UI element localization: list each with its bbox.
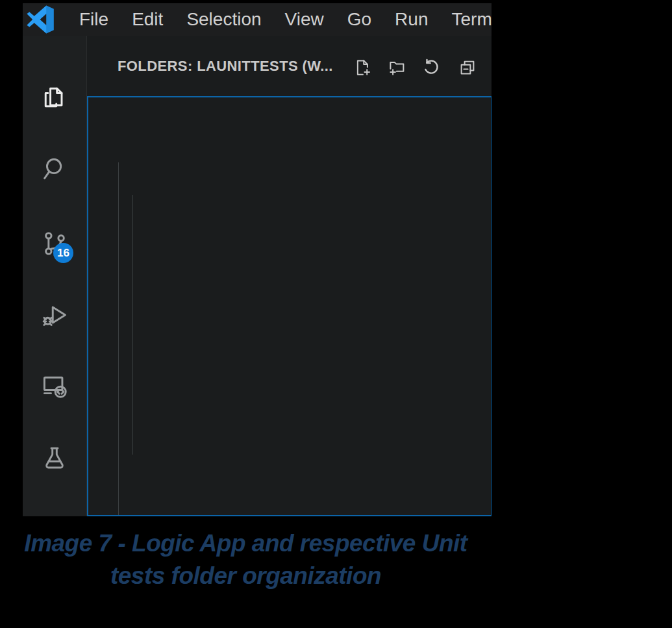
refresh-icon [421,58,441,77]
new-folder-icon [388,58,407,77]
remote-icon [40,372,69,401]
title-bar: FileEditSelectionViewGoRunTerminal [23,3,492,36]
vscode-logo-icon [26,5,55,34]
activity-bar-item-run-debug[interactable] [35,295,74,334]
menu-bar: FileEditSelectionViewGoRunTerminal [79,3,492,36]
image-caption: Image 7 - Logic App and respective Unit … [0,527,492,592]
files-icon [40,83,69,112]
menu-item-terminal[interactable]: Terminal [451,9,492,30]
caption-line-2: tests folder organization [0,560,492,592]
activity-bar-item-explorer[interactable] [35,78,74,117]
source-control-badge: 16 [53,243,73,263]
file-tree [87,96,492,516]
activity-bar-item-extensions[interactable] [35,513,74,516]
menu-item-go[interactable]: Go [347,9,371,30]
activity-bar-item-remote-explorer[interactable] [35,367,74,406]
menu-item-run[interactable]: Run [395,9,428,30]
activity-bar-item-source-control[interactable]: 16 [35,224,74,263]
new-file-icon [353,58,373,77]
refresh-button[interactable] [420,57,442,79]
menu-item-edit[interactable]: Edit [132,9,163,30]
collapse-all-icon [458,58,477,77]
explorer-section-header: FOLDERS: LAUNITTESTS (W... [87,36,492,96]
new-folder-button[interactable] [386,57,408,79]
vscode-window: FileEditSelectionViewGoRunTerminal 16 FO… [23,3,492,516]
explorer-sidebar: FOLDERS: LAUNITTESTS (W... [86,36,492,516]
indent-guide [118,162,119,516]
menu-item-file[interactable]: File [79,9,108,30]
caption-line-1: Image 7 - Logic App and respective Unit [0,527,492,560]
menu-item-view[interactable]: View [285,9,324,30]
activity-bar-item-search[interactable] [35,149,74,188]
beaker-icon [40,444,69,472]
activity-bar: 16 [23,36,86,516]
indent-guide [132,195,133,455]
folders-section-title[interactable]: FOLDERS: LAUNITTESTS (W... [118,36,333,96]
search-icon [40,155,69,183]
menu-item-selection[interactable]: Selection [186,9,261,30]
activity-bar-item-testing[interactable] [35,438,74,477]
new-file-button[interactable] [352,57,374,79]
debug-icon [40,301,69,329]
page: FileEditSelectionViewGoRunTerminal 16 FO… [0,0,672,628]
collapse-all-button[interactable] [456,57,479,79]
